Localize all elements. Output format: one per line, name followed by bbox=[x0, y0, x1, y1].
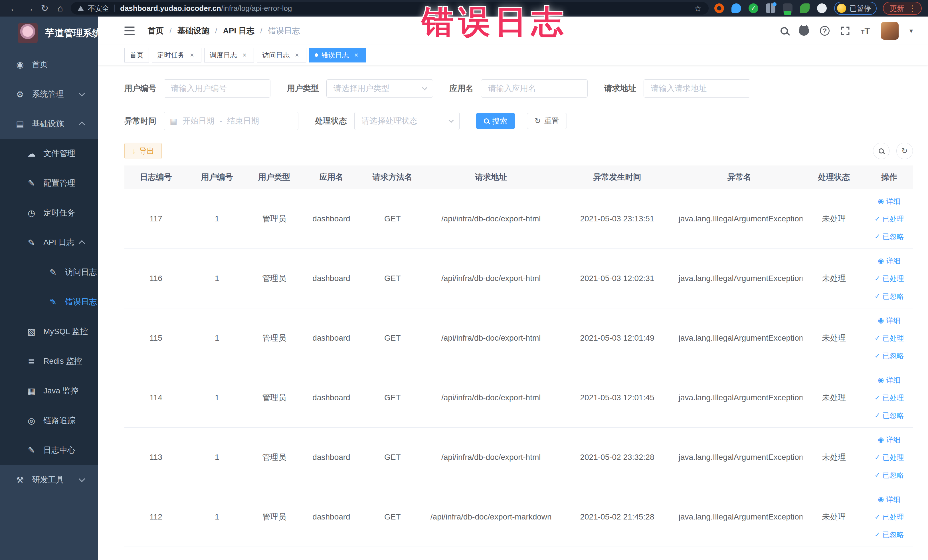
breadcrumb-item[interactable]: 基础设施 bbox=[177, 25, 209, 36]
search-icon[interactable] bbox=[780, 27, 788, 35]
action-link[interactable]: ◉详细 bbox=[868, 371, 911, 389]
action-label: 已处理 bbox=[883, 210, 904, 227]
forward-icon[interactable]: → bbox=[22, 3, 37, 14]
action-link[interactable]: ✓已忽略 bbox=[868, 227, 911, 245]
tab-active[interactable]: 错误日志× bbox=[309, 48, 366, 63]
sidebar-item[interactable]: ✎访问日志 bbox=[0, 257, 98, 287]
request-url-input[interactable] bbox=[644, 79, 750, 98]
action-link[interactable]: ✓已忽略 bbox=[868, 287, 911, 305]
column-header: 应用名 bbox=[302, 165, 361, 189]
close-icon[interactable]: × bbox=[293, 51, 301, 59]
close-icon[interactable]: × bbox=[188, 51, 196, 59]
extension-icon[interactable] bbox=[800, 3, 810, 13]
action-link[interactable]: ✓已忽略 bbox=[868, 347, 911, 365]
cell-exception: java.lang.IllegalArgumentException bbox=[676, 368, 803, 427]
home-icon[interactable]: ⌂ bbox=[52, 3, 68, 14]
tab-item[interactable]: 首页 bbox=[124, 48, 149, 63]
action-link[interactable]: ✓已处理 bbox=[868, 270, 911, 287]
sidebar-item[interactable]: ✎配置管理 bbox=[0, 168, 98, 198]
extension-icon[interactable] bbox=[714, 3, 724, 13]
caret-down-icon[interactable]: ▾ bbox=[910, 27, 913, 35]
table-row: 1171管理员dashboardGET/api/infra/db-doc/exp… bbox=[124, 189, 913, 249]
action-link[interactable]: ◉详细 bbox=[868, 252, 911, 270]
search-button[interactable]: 搜索 bbox=[476, 113, 515, 129]
sidebar-item-label: 错误日志 bbox=[65, 296, 97, 307]
action-link[interactable]: ✓已处理 bbox=[868, 449, 911, 466]
close-icon[interactable]: × bbox=[241, 51, 249, 59]
action-link[interactable]: ◉详细 bbox=[868, 431, 911, 449]
extension-icon[interactable] bbox=[783, 3, 792, 13]
sidebar-item[interactable]: ◎链路追踪 bbox=[0, 406, 98, 435]
gear-icon: ⚙ bbox=[14, 89, 26, 99]
cell-actions: ◉详细✓已处理✓已忽略 bbox=[865, 368, 913, 427]
close-icon[interactable]: × bbox=[352, 51, 360, 59]
tab-item[interactable]: 定时任务× bbox=[152, 48, 201, 63]
extension-icon[interactable] bbox=[731, 3, 741, 13]
action-link[interactable]: ✓已处理 bbox=[868, 210, 911, 227]
address-bar[interactable]: 不安全 dashboard.yudao.iocoder.cn/infra/log… bbox=[71, 2, 709, 15]
breadcrumb-item[interactable]: API 日志 bbox=[223, 25, 255, 36]
profile-paused-badge[interactable]: 已暂停 bbox=[834, 2, 877, 15]
action-link[interactable]: ◉详细 bbox=[868, 490, 911, 508]
check-icon: ✓ bbox=[875, 449, 880, 466]
action-link[interactable]: ◉详细 bbox=[868, 311, 911, 329]
sidebar-item[interactable]: ▤基础设施 bbox=[0, 109, 98, 139]
sidebar-item-label: 研发工具 bbox=[32, 475, 64, 485]
avatar[interactable] bbox=[881, 22, 899, 40]
action-link[interactable]: ✓已忽略 bbox=[868, 526, 911, 543]
user-id-input[interactable] bbox=[164, 79, 270, 98]
tab-item[interactable]: 访问日志× bbox=[257, 48, 307, 63]
browser-menu-icon[interactable]: ⋮ bbox=[908, 4, 917, 13]
extensions-puzzle-icon[interactable] bbox=[817, 3, 827, 13]
browser-update-button[interactable]: 更新 ⋮ bbox=[883, 2, 922, 15]
fullscreen-icon[interactable] bbox=[840, 26, 850, 36]
app-name-input[interactable] bbox=[481, 79, 588, 98]
security-label[interactable]: 不安全 bbox=[88, 4, 109, 13]
bookmark-star-icon[interactable]: ☆ bbox=[694, 3, 702, 14]
action-label: 已忽略 bbox=[883, 406, 904, 424]
reload-icon[interactable]: ↻ bbox=[37, 3, 52, 14]
sidebar-item[interactable]: ✎日志中心 bbox=[0, 435, 98, 465]
sidebar-item[interactable]: ✎错误日志 bbox=[0, 287, 98, 317]
toggle-search-button[interactable] bbox=[873, 143, 890, 159]
reset-button[interactable]: ↻ 重置 bbox=[527, 113, 567, 129]
back-icon[interactable]: ← bbox=[6, 3, 22, 14]
sidebar-item-label: Java 监控 bbox=[43, 385, 78, 396]
url-text[interactable]: dashboard.yudao.iocoder.cn/infra/log/api… bbox=[120, 4, 694, 13]
github-icon[interactable] bbox=[799, 26, 809, 36]
action-link[interactable]: ✓已处理 bbox=[868, 508, 911, 526]
action-link[interactable]: ✓已忽略 bbox=[868, 406, 911, 424]
tab-item[interactable]: 调度日志× bbox=[204, 48, 254, 63]
extension-icon[interactable]: ✓ bbox=[749, 3, 758, 13]
action-link[interactable]: ✓已处理 bbox=[868, 389, 911, 406]
sidebar-item[interactable]: ✎API 日志 bbox=[0, 227, 98, 257]
breadcrumb-item[interactable]: 首页 bbox=[148, 25, 164, 36]
sidebar-item[interactable]: ⚒研发工具 bbox=[0, 465, 98, 495]
action-link[interactable]: ◉详细 bbox=[868, 192, 911, 210]
extension-icon[interactable] bbox=[766, 3, 775, 13]
sidebar-item[interactable]: ▧MySQL 监控 bbox=[0, 317, 98, 346]
column-header: 用户类型 bbox=[246, 165, 302, 189]
export-button[interactable]: ↓ 导出 bbox=[124, 143, 162, 159]
hamburger-icon[interactable] bbox=[124, 26, 135, 35]
sidebar-logo[interactable]: 芋道管理系统 bbox=[0, 17, 98, 50]
sidebar-item[interactable]: ◷定时任务 bbox=[0, 198, 98, 227]
process-status-select[interactable]: 请选择处理状态 bbox=[354, 112, 459, 130]
sidebar-item[interactable]: ≣Redis 监控 bbox=[0, 346, 98, 376]
help-icon[interactable]: ? bbox=[820, 26, 830, 36]
sidebar-item[interactable]: ⚙系统管理 bbox=[0, 79, 98, 109]
sidebar-item[interactable]: ☁文件管理 bbox=[0, 139, 98, 168]
sidebar-item[interactable]: ◉首页 bbox=[0, 50, 98, 79]
action-link[interactable]: ✓已忽略 bbox=[868, 466, 911, 484]
url-host: dashboard.yudao.iocoder.cn bbox=[120, 4, 221, 12]
doc-icon: ✎ bbox=[47, 267, 60, 277]
cell-app: dashboard bbox=[302, 189, 361, 249]
export-button-label: 导出 bbox=[139, 146, 154, 156]
sidebar-item[interactable]: ▦Java 监控 bbox=[0, 376, 98, 406]
user-type-select[interactable]: 请选择用户类型 bbox=[327, 79, 433, 98]
action-link[interactable]: ✓已处理 bbox=[868, 329, 911, 347]
text-size-icon[interactable]: TT bbox=[861, 26, 870, 36]
refresh-table-button[interactable]: ↻ bbox=[896, 143, 913, 159]
filter-user-type: 用户类型 请选择用户类型 bbox=[287, 79, 433, 98]
date-range-picker[interactable]: ▦ 开始日期 - 结束日期 bbox=[164, 112, 298, 130]
